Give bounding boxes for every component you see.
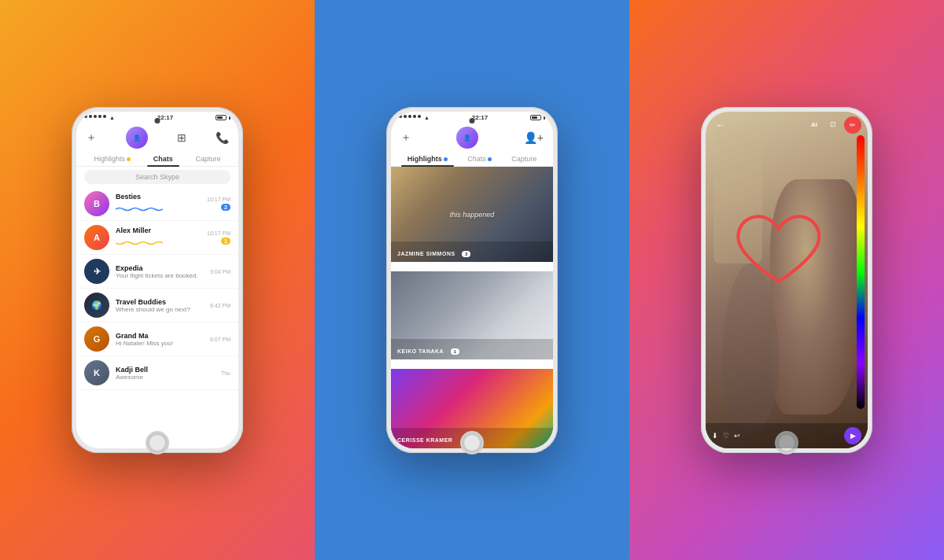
chat-item-expedia[interactable]: ✈ Expedia Your flight tickets are booked… xyxy=(76,255,238,289)
front-camera xyxy=(155,118,160,123)
phone-2: ▲ 22:17 ＋ 👤 👤+ Highlights xyxy=(386,107,558,453)
chat-item-grandma[interactable]: G Grand Ma Hi Natalie! Miss you! 8:07 PM xyxy=(76,322,238,356)
phone-1: ▲ 22:17 ＋ 👤 ⊞ 📞 H xyxy=(72,107,243,453)
chat-meta-travel: 8:42 PM xyxy=(210,303,230,308)
tab-highlights[interactable]: Highlights xyxy=(87,152,137,166)
wave-divider-2 xyxy=(391,359,553,369)
left-background: ▲ 22:17 ＋ 👤 ⊞ 📞 H xyxy=(0,0,315,560)
chat-meta-alex: 10:17 PM 1 xyxy=(207,230,230,245)
avatar-besties: B xyxy=(84,191,109,216)
chat-time-expedia: 9:04 PM xyxy=(210,269,230,274)
highlight-keiko[interactable]: KEIKO TANAKA 1 xyxy=(391,271,553,359)
chat-time-alex: 10:17 PM xyxy=(207,230,230,236)
middle-background: ▲ 22:17 ＋ 👤 👤+ Highlights xyxy=(315,0,629,560)
editor-top-icons: AI ⊡ ✏ xyxy=(806,116,861,134)
chat-time-travel: 8:42 PM xyxy=(210,303,230,308)
jazmine-name: JAZMINE SIMMONS xyxy=(397,251,455,256)
send-button[interactable]: ▶ xyxy=(844,427,861,444)
chat-item-kadji[interactable]: K Kadji Bell Awesome Thu xyxy=(76,356,238,390)
phone-1-status-bar: ▲ 22:17 xyxy=(76,112,238,123)
draw-button[interactable]: ✏ xyxy=(844,116,861,134)
ai-button[interactable]: AI xyxy=(806,116,822,132)
chat-badge-besties: 2 xyxy=(221,204,230,211)
search-bar[interactable]: Search Skype xyxy=(84,170,230,184)
bottom-tools: ⬇ ♡ ↩ xyxy=(712,432,740,440)
chat-meta-kadji: Thu xyxy=(221,370,230,376)
chat-content-kadji: Kadji Bell Awesome xyxy=(116,366,215,381)
avatar-expedia: ✈ xyxy=(84,259,109,284)
home-button-1[interactable] xyxy=(146,431,169,455)
draw-icon: ✏ xyxy=(850,121,856,129)
chat-time-kadji: Thu xyxy=(221,370,230,376)
phone2-signal: ▲ xyxy=(399,115,430,120)
avatar-grandma: G xyxy=(84,326,109,352)
wave-divider-1 xyxy=(391,262,553,271)
phone-2-screen: ▲ 22:17 ＋ 👤 👤+ Highlights xyxy=(391,112,553,448)
download-icon[interactable]: ⬇ xyxy=(712,432,718,440)
chat-preview-travel: Where should we go next? xyxy=(116,306,204,313)
phone2-contacts-icon[interactable]: 👤+ xyxy=(524,131,544,144)
phone-1-screen: ▲ 22:17 ＋ 👤 ⊞ 📞 H xyxy=(76,112,238,448)
chat-item-travel[interactable]: 🌍 Travel Buddies Where should we go next… xyxy=(76,289,238,322)
phone-3-screen: ← AI ⊡ ✏ xyxy=(706,112,868,448)
chat-meta-grandma: 8:07 PM xyxy=(210,337,230,342)
undo-icon[interactable]: ↩ xyxy=(734,432,740,440)
heart-drawing xyxy=(730,186,828,320)
chat-preview-kadji: Awesome xyxy=(116,374,215,381)
save-icon-btn[interactable]: ⊡ xyxy=(825,116,841,132)
chat-name-kadji: Kadji Bell xyxy=(116,366,215,374)
chat-item-besties[interactable]: B Besties 10:17 PM 2 xyxy=(76,187,238,221)
user-avatar[interactable]: 👤 xyxy=(126,127,148,149)
keiko-badge: 1 xyxy=(451,348,459,355)
phone2-tab-highlights[interactable]: Highlights xyxy=(401,152,454,166)
this-happened-label: this happened xyxy=(450,211,495,219)
chat-preview-grandma: Hi Natalie! Miss you! xyxy=(116,340,204,347)
chat-list: B Besties 10:17 PM 2 A xyxy=(76,187,238,448)
keiko-overlay: KEIKO TANAKA 1 xyxy=(391,339,553,359)
chat-name-grandma: Grand Ma xyxy=(116,332,204,340)
chat-name-besties: Besties xyxy=(116,193,201,201)
tab-chats[interactable]: Chats xyxy=(147,152,179,166)
chat-preview-expedia: Your flight tickets are booked. xyxy=(116,272,204,279)
favorite-icon[interactable]: ♡ xyxy=(723,432,729,440)
right-background: ← AI ⊡ ✏ xyxy=(629,0,944,560)
chat-name-alex: Alex Miller xyxy=(116,227,201,234)
chat-content-grandma: Grand Ma Hi Natalie! Miss you! xyxy=(116,332,204,347)
phone-1-tabs: Highlights Chats Capture xyxy=(76,152,238,167)
chat-name-travel: Travel Buddies xyxy=(116,298,204,306)
search-placeholder: Search Skype xyxy=(135,173,179,181)
chat-content-travel: Travel Buddies Where should we go next? xyxy=(116,298,204,313)
add-button[interactable]: ＋ xyxy=(86,131,97,145)
avatar-alex: A xyxy=(84,225,109,250)
contacts-icon[interactable]: ⊞ xyxy=(177,131,186,144)
phone2-add-button[interactable]: ＋ xyxy=(400,131,411,145)
call-icon[interactable]: 📞 xyxy=(216,131,229,144)
chat-time-besties: 10:17 PM xyxy=(207,197,230,202)
back-button[interactable]: ← xyxy=(712,116,729,134)
phone2-battery xyxy=(530,115,545,120)
avatar-travel: 🌍 xyxy=(84,293,109,318)
keiko-name: KEIKO TANAKA xyxy=(397,348,444,354)
wave-besties xyxy=(116,207,163,212)
phone2-tab-capture[interactable]: Capture xyxy=(505,152,543,166)
phone2-user-avatar[interactable]: 👤 xyxy=(456,127,478,149)
wave-alex xyxy=(116,241,163,245)
phone2-tab-chats[interactable]: Chats xyxy=(461,152,498,166)
signal-indicator: ▲ xyxy=(84,115,115,120)
battery-indicator xyxy=(216,115,230,120)
home-button-2[interactable] xyxy=(460,431,484,455)
phone2-camera xyxy=(470,118,475,123)
chat-content-expedia: Expedia Your flight tickets are booked. xyxy=(116,264,204,279)
editor-top-bar: ← AI ⊡ ✏ xyxy=(706,112,868,138)
highlight-jazmine[interactable]: this happened JAZMINE SIMMONS 3 xyxy=(391,167,553,262)
jazmine-badge: 3 xyxy=(462,251,470,257)
tab-capture[interactable]: Capture xyxy=(190,152,227,166)
back-icon: ← xyxy=(716,120,725,131)
chat-time-grandma: 8:07 PM xyxy=(210,337,230,342)
phone-1-toolbar: ＋ 👤 ⊞ 📞 xyxy=(76,123,238,152)
chat-item-alex[interactable]: A Alex Miller 10:17 PM 1 xyxy=(76,221,238,255)
chat-content-besties: Besties xyxy=(116,193,201,215)
chat-badge-alex: 1 xyxy=(221,238,230,245)
color-palette[interactable] xyxy=(857,135,865,409)
chat-content-alex: Alex Miller xyxy=(116,227,201,249)
